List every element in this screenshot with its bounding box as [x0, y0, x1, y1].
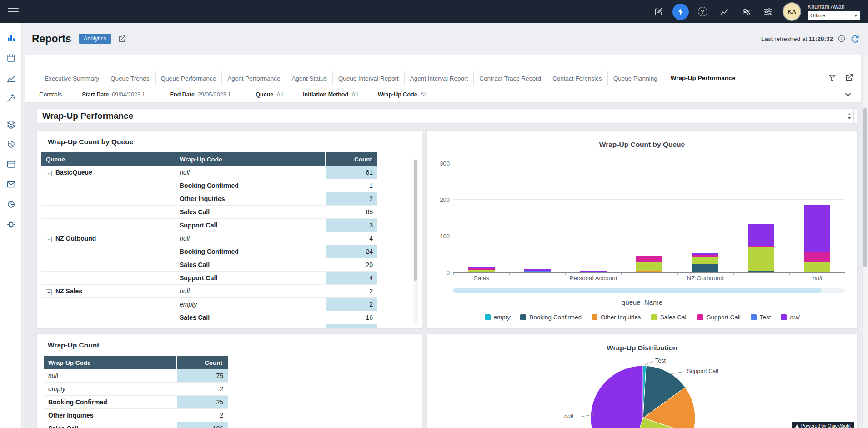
- filter-wrap-up-code[interactable]: Wrap-Up CodeAll: [378, 91, 426, 98]
- queue-table-body: BasicQueuenull61Booking Confirmed1Other …: [41, 166, 377, 329]
- bar-stack[interactable]: [804, 205, 830, 272]
- tab-agent-status[interactable]: Agent Status: [286, 71, 332, 86]
- x-axis-category-label: [733, 275, 789, 283]
- sidebar-item-queues[interactable]: [3, 117, 19, 131]
- sheet-scroll-spinner[interactable]: [845, 110, 854, 122]
- help-icon[interactable]: [694, 4, 711, 20]
- y-axis-label: 100: [440, 233, 450, 240]
- bar-segment-null[interactable]: [748, 224, 774, 247]
- legend-item-booking-confirmed[interactable]: Booking Confirmed: [520, 314, 582, 321]
- bar-segment-support-call[interactable]: [636, 256, 662, 262]
- bar-segment-sales-call[interactable]: [636, 262, 662, 271]
- bar-segment-sales-call[interactable]: [804, 262, 830, 272]
- avatar[interactable]: KA: [783, 3, 800, 20]
- preferences-icon[interactable]: [760, 4, 776, 20]
- notes-icon[interactable]: [651, 4, 667, 20]
- legend-item-sales-call[interactable]: Sales Call: [651, 314, 688, 321]
- collapse-icon[interactable]: [46, 237, 52, 242]
- queue-cell: [41, 192, 175, 206]
- table-scrollbar[interactable]: [413, 159, 418, 325]
- status-select[interactable]: Offline: [808, 11, 860, 20]
- metrics-icon[interactable]: [716, 4, 733, 20]
- quicksight-badge: Powered by QuickSight: [792, 422, 854, 428]
- info-icon[interactable]: [838, 35, 846, 43]
- page-scrollbar-thumb[interactable]: [863, 108, 867, 267]
- tab-wrap-up-performance[interactable]: Wrap-Up Performance: [663, 70, 743, 86]
- bar-stack[interactable]: [692, 253, 718, 272]
- tab-queue-planning[interactable]: Queue Planning: [607, 71, 663, 86]
- collapse-icon[interactable]: [46, 289, 52, 295]
- table-scrollbar-thumb[interactable]: [414, 160, 417, 281]
- table-row: Sales Call16: [41, 311, 377, 324]
- pie-label-line: [645, 361, 653, 365]
- queue-name: NZ Outbound: [55, 235, 96, 242]
- tab-contact-forensics[interactable]: Contact Forensics: [547, 71, 607, 86]
- tab-queue-performance[interactable]: Queue Performance: [155, 71, 222, 86]
- bar-stack[interactable]: [748, 224, 774, 272]
- directory-icon[interactable]: [738, 4, 754, 20]
- x-axis-category-label: [509, 275, 565, 283]
- sidebar-item-reports[interactable]: [3, 197, 19, 211]
- refresh-icon[interactable]: [850, 34, 859, 43]
- scroll-up-icon[interactable]: [848, 113, 851, 115]
- pie-slice-null[interactable]: [591, 366, 643, 428]
- tab-queue-interval-report[interactable]: Queue Interval Report: [332, 71, 404, 86]
- filter-initiation-method[interactable]: Initiation MethodAll: [303, 91, 358, 98]
- filter-end-date[interactable]: End Date29/05/2023 1...: [170, 91, 236, 98]
- sidebar-item-history[interactable]: [3, 137, 19, 151]
- legend-item-null[interactable]: null: [781, 314, 799, 321]
- count-cell: 2: [176, 409, 228, 422]
- sidebar-item-metrics[interactable]: [3, 71, 19, 85]
- quick-connect-icon[interactable]: [672, 4, 689, 20]
- bar-segment-sales-call[interactable]: [692, 257, 718, 264]
- scroll-down-icon[interactable]: [848, 117, 851, 119]
- tab-contract-trace-record[interactable]: Contract Trace Record: [473, 71, 547, 86]
- sidebar-item-channels[interactable]: [3, 157, 19, 171]
- status-value: Offline: [810, 13, 825, 18]
- queue-cell: [41, 324, 175, 329]
- legend-item-support-call[interactable]: Support Call: [697, 314, 740, 321]
- filter-icon[interactable]: [828, 73, 837, 82]
- bar-segment-support-call[interactable]: [804, 252, 830, 262]
- controls-expand-icon[interactable]: [843, 90, 853, 99]
- export-icon[interactable]: [845, 73, 853, 82]
- wrapup-code-cell: Sales Call: [175, 206, 325, 219]
- tab-queue-trends[interactable]: Queue Trends: [105, 71, 155, 86]
- wrapup-code-cell: Other Inquiries: [175, 192, 325, 206]
- queue-pivot-table: QueueWrap-Up CodeCount BasicQueuenull61B…: [41, 152, 377, 329]
- top-nav-bar: KA Khurram Awan Offline: [0, 0, 868, 23]
- count-cell: 16: [325, 311, 377, 324]
- controls-label: Controls: [39, 91, 62, 98]
- page-scrollbar[interactable]: [862, 55, 868, 428]
- count-cell: 2: [325, 285, 377, 298]
- sheet-title: Wrap-Up Performance: [42, 111, 133, 121]
- collapse-icon[interactable]: [46, 171, 52, 176]
- dashboard: Wrap-Up Performance Wrap-Up Count by Que…: [25, 103, 861, 428]
- dashboard-grid: Wrap-Up Count by Queue QueueWrap-Up Code…: [36, 130, 857, 428]
- hamburger-menu-icon[interactable]: [8, 8, 19, 15]
- legend-swatch: [485, 314, 491, 320]
- tab-agent-performance[interactable]: Agent Performance: [221, 71, 286, 86]
- bar-segment-null[interactable]: [804, 205, 830, 252]
- sidebar-item-dashboards[interactable]: [3, 31, 19, 45]
- chart-scrollbar[interactable]: [453, 288, 845, 293]
- external-link-icon[interactable]: [118, 35, 126, 43]
- tab-executive-summary[interactable]: Executive Summary: [39, 71, 105, 86]
- filter-start-date[interactable]: Start Date09/04/2023 1...: [82, 91, 150, 98]
- legend-label: Other Inquiries: [601, 314, 641, 321]
- legend-item-empty[interactable]: empty: [485, 314, 511, 321]
- legend-item-test[interactable]: Test: [751, 314, 771, 321]
- wrapup-code-cell: Booking Confirmed: [175, 179, 325, 192]
- bar-segment-booking-confirmed[interactable]: [692, 264, 718, 272]
- tab-agent-interval-report[interactable]: Agent Interval Report: [404, 71, 474, 86]
- chart-scrollbar-thumb[interactable]: [453, 288, 822, 293]
- table-row: BasicQueuenull61: [41, 166, 377, 179]
- sidebar-item-calendar[interactable]: [3, 51, 19, 65]
- bar-segment-sales-call[interactable]: [748, 247, 774, 271]
- sidebar-item-contact-lens[interactable]: [3, 91, 19, 105]
- bar-stack[interactable]: [636, 256, 662, 272]
- sidebar-item-messaging[interactable]: [3, 177, 19, 191]
- filter-queue[interactable]: QueueAll: [256, 91, 283, 98]
- legend-item-other-inquiries[interactable]: Other Inquiries: [592, 314, 641, 321]
- sidebar-item-settings[interactable]: [3, 217, 19, 231]
